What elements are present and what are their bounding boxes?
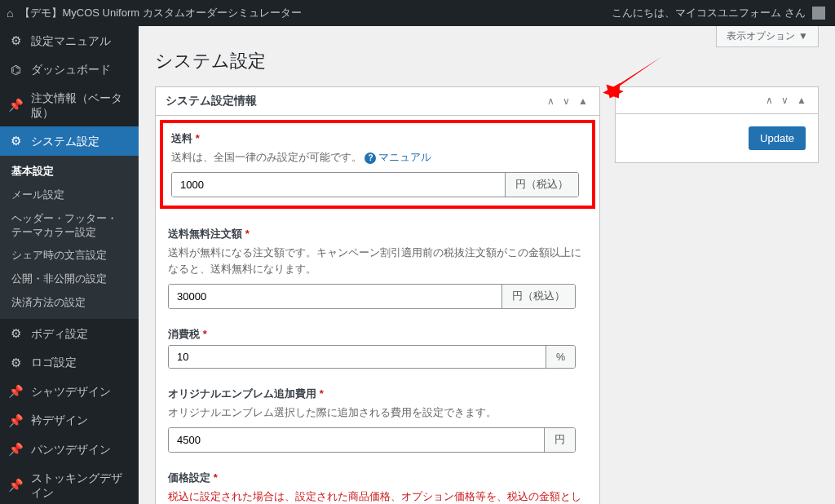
pin-icon: 📌 <box>8 413 23 429</box>
sidebar-item-label: システム設定 <box>31 134 99 148</box>
collapse-icon[interactable]: ▲ <box>577 95 590 107</box>
field-label-tax: 消費税 <box>168 328 200 340</box>
field-desc-emblem: オリジナルエンブレム選択した際に追加される費用を設定できます。 <box>168 405 587 421</box>
sidebar-item-manual[interactable]: ⚙ 設定マニュアル <box>0 26 139 55</box>
manual-link[interactable]: マニュアル <box>364 152 431 163</box>
required-mark: * <box>245 228 250 240</box>
main-content: 表示オプション▼ システム設定 システム設定情報 ∧ ∨ ▲ <box>139 26 835 504</box>
field-desc-free-shipping: 送料が無料になる注文額です。キャンペーン割引適用前の税抜注文額がこの金額以上にな… <box>168 245 587 277</box>
sidebar-item-stocking[interactable]: 📌 ストッキングデザイン <box>0 464 139 504</box>
avatar[interactable] <box>812 7 825 20</box>
pin-icon: 📌 <box>8 97 23 113</box>
field-desc-shipping: 送料は、全国一律のみ設定が可能です。 <box>171 152 362 163</box>
gear-icon: ⚙ <box>8 133 23 149</box>
admin-sidebar: ⚙ 設定マニュアル ⌬ ダッシュボード 📌 注文情報（ベータ版） ⚙ システム設… <box>0 26 139 504</box>
greeting-text[interactable]: こんにちは、マイコスユニフォーム さん <box>612 6 806 20</box>
input-suffix: 円（税込） <box>501 285 575 308</box>
sidebar-sub-share[interactable]: シェア時の文言設定 <box>0 244 139 267</box>
panel-title: システム設定情報 <box>166 94 257 108</box>
sidebar-item-shirt[interactable]: 📌 シャツデザイン <box>0 377 139 406</box>
field-label-free-shipping: 送料無料注文額 <box>168 228 242 240</box>
sidebar-item-label: ダッシュボード <box>31 62 111 77</box>
panel-title-side <box>625 94 629 107</box>
emblem-input[interactable] <box>169 428 544 452</box>
pin-icon: 📌 <box>8 477 23 493</box>
chevron-down-icon: ▼ <box>798 30 808 42</box>
field-label-price: 価格設定 <box>168 471 210 484</box>
input-suffix: 円（税込） <box>505 173 578 197</box>
sidebar-sub-mail[interactable]: メール設定 <box>0 183 139 207</box>
sidebar-sub-theme[interactable]: ヘッダー・フッター・テーマカラー設定 <box>0 207 139 245</box>
page-title: システム設定 <box>155 49 819 73</box>
site-title[interactable]: 【デモ】MyCOS Uniform カスタムオーダーシミュレーター <box>20 6 301 20</box>
sidebar-item-collar[interactable]: 📌 衿デザイン <box>0 406 139 435</box>
move-down-icon[interactable]: ∨ <box>561 95 572 107</box>
price-warning: 税込に設定された場合は、設定された商品価格、オプション価格等を、税込の金額として… <box>168 489 587 504</box>
move-down-icon[interactable]: ∨ <box>780 95 790 106</box>
input-suffix: 円 <box>544 428 575 452</box>
required-mark: * <box>196 132 200 144</box>
move-up-icon[interactable]: ∧ <box>546 95 556 107</box>
required-mark: * <box>203 328 207 340</box>
sidebar-sub-payment[interactable]: 決済方法の設定 <box>0 291 139 315</box>
input-suffix: % <box>546 346 575 368</box>
sidebar-item-dashboard[interactable]: ⌬ ダッシュボード <box>0 55 139 85</box>
required-mark: * <box>214 471 218 484</box>
sidebar-sub-basic[interactable]: 基本設定 <box>0 160 139 183</box>
shipping-input[interactable] <box>172 173 505 197</box>
sidebar-item-label: パンツデザイン <box>31 442 111 457</box>
sidebar-item-pants[interactable]: 📌 パンツデザイン <box>0 435 139 464</box>
sidebar-item-orders[interactable]: 📌 注文情報（ベータ版） <box>0 84 139 126</box>
tax-input[interactable] <box>169 346 546 368</box>
required-mark: * <box>320 387 324 400</box>
sidebar-item-label: 注文情報（ベータ版） <box>31 91 130 120</box>
screen-options-toggle[interactable]: 表示オプション▼ <box>716 26 819 47</box>
sidebar-item-label: 衿デザイン <box>31 413 88 427</box>
update-button[interactable]: Update <box>749 126 806 150</box>
free-shipping-input[interactable] <box>169 285 501 308</box>
sidebar-sub-public[interactable]: 公開・非公開の設定 <box>0 267 139 291</box>
sidebar-item-label: ボディ設定 <box>31 326 88 341</box>
gear-icon: ⚙ <box>8 355 23 371</box>
gear-icon: ⚙ <box>8 33 23 49</box>
sidebar-item-label: シャツデザイン <box>31 384 111 399</box>
sidebar-item-label: ストッキングデザイン <box>31 471 130 500</box>
move-up-icon[interactable]: ∧ <box>764 95 775 106</box>
panel-system-settings: システム設定情報 ∧ ∨ ▲ 送料 * <box>155 86 600 504</box>
sidebar-submenu: 基本設定 メール設定 ヘッダー・フッター・テーマカラー設定 シェア時の文言設定 … <box>0 156 139 319</box>
sidebar-item-system-settings[interactable]: ⚙ システム設定 <box>0 126 139 156</box>
field-label-emblem: オリジナルエンブレム追加費用 <box>168 387 316 400</box>
admin-top-bar: ⌂ 【デモ】MyCOS Uniform カスタムオーダーシミュレーター こんにち… <box>0 0 835 26</box>
field-label-shipping: 送料 <box>171 132 192 144</box>
sidebar-item-label: ロゴ設定 <box>31 355 77 369</box>
dashboard-icon: ⌬ <box>8 62 23 78</box>
pin-icon: 📌 <box>8 383 23 400</box>
sidebar-item-body[interactable]: ⚙ ボディ設定 <box>0 319 139 348</box>
highlighted-section: 送料 * 送料は、全国一律のみ設定が可能です。 マニュアル 円（税込） <box>160 120 595 209</box>
panel-update: ∧ ∨ ▲ Update <box>615 86 819 163</box>
sidebar-item-label: 設定マニュアル <box>31 33 111 48</box>
collapse-icon[interactable]: ▲ <box>795 95 808 106</box>
gear-icon: ⚙ <box>8 325 23 342</box>
sidebar-item-logo[interactable]: ⚙ ロゴ設定 <box>0 348 139 378</box>
home-icon[interactable]: ⌂ <box>7 7 13 20</box>
pin-icon: 📌 <box>8 441 23 458</box>
